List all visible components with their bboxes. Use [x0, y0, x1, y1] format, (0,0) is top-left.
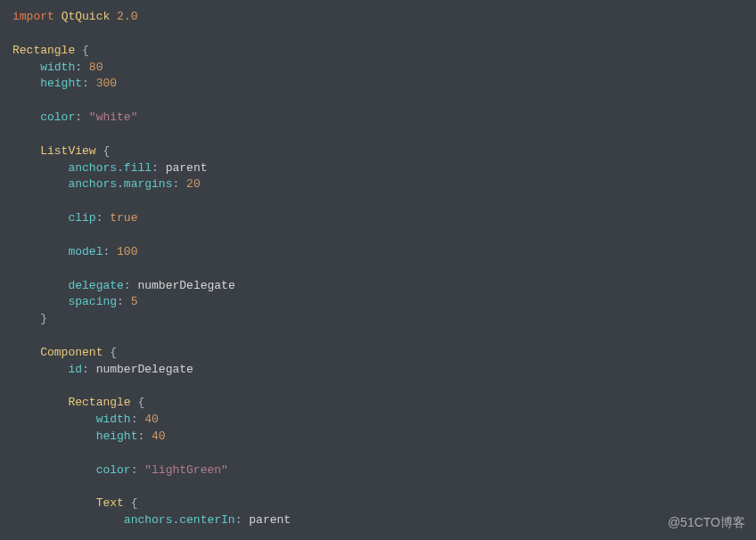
prop-delegate: delegate: [68, 279, 123, 292]
type-rectangle: Rectangle: [68, 396, 130, 409]
value-ident: numberDelegate: [137, 279, 234, 292]
module-name: QtQuick: [62, 10, 111, 23]
value-number: 40: [152, 430, 166, 443]
prop-width: width: [96, 413, 131, 426]
value-ident: parent: [166, 161, 208, 175]
colon: :: [137, 430, 144, 443]
colon: :: [117, 295, 124, 308]
value-string: "white": [89, 110, 138, 124]
colon: :: [124, 279, 131, 292]
brace-open: {: [110, 346, 117, 359]
prop-id: id: [68, 363, 82, 376]
value-number: 40: [144, 413, 159, 426]
code-editor[interactable]: import QtQuick 2.0 Rectangle { width: 80…: [0, 0, 756, 540]
dot: .: [117, 161, 124, 175]
value-number: 80: [89, 61, 103, 74]
prop-model: model: [68, 245, 103, 258]
prop-height: height: [96, 430, 138, 443]
brace-open: {: [131, 496, 138, 510]
value-number: 300: [96, 77, 117, 90]
brace-open: {: [137, 396, 144, 409]
value-ident: numberDelegate: [96, 363, 193, 376]
value-ident: parent: [249, 513, 291, 527]
prop-centerin: centerIn: [179, 513, 234, 527]
colon: :: [131, 463, 138, 477]
colon: :: [152, 161, 159, 175]
type-rectangle: Rectangle: [12, 44, 75, 57]
colon: :: [131, 413, 138, 426]
prop-clip: clip: [68, 211, 95, 225]
colon: :: [96, 211, 103, 225]
prop-height: height: [40, 77, 82, 90]
colon: :: [75, 110, 82, 124]
prop-width: width: [40, 61, 75, 74]
dot: .: [117, 177, 124, 191]
brace-close: }: [40, 312, 47, 325]
prop-fill: fill: [124, 161, 152, 175]
prop-anchors: anchors: [124, 513, 173, 527]
value-number: 100: [117, 245, 137, 258]
value-string: "lightGreen": [144, 463, 228, 477]
version-number: 2.0: [117, 10, 137, 23]
value-bool: true: [110, 211, 137, 225]
type-text: Text: [96, 496, 124, 510]
type-listview: ListView: [40, 144, 95, 158]
value-number: 20: [186, 177, 201, 191]
brace-open: {: [103, 144, 110, 158]
prop-anchors: anchors: [68, 161, 117, 175]
colon: :: [172, 177, 179, 191]
prop-margins: margins: [124, 177, 173, 191]
colon: :: [82, 363, 89, 376]
prop-color: color: [40, 110, 75, 124]
colon: :: [82, 77, 89, 90]
keyword-import: import: [12, 10, 54, 23]
type-component: Component: [40, 346, 103, 359]
prop-color: color: [96, 463, 131, 477]
colon: :: [235, 513, 242, 527]
colon: :: [75, 61, 82, 74]
colon: :: [103, 245, 110, 258]
brace-open: {: [82, 44, 89, 57]
prop-spacing: spacing: [68, 295, 117, 308]
value-number: 5: [131, 295, 138, 308]
prop-anchors: anchors: [68, 177, 117, 191]
